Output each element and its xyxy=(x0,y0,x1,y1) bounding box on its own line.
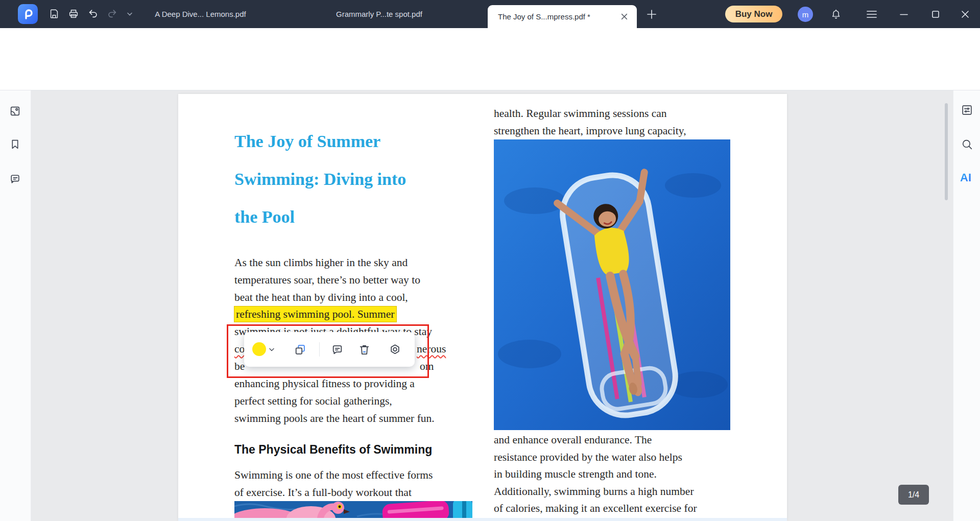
tab-label: Grammarly P...te spot.pdf xyxy=(336,10,422,18)
thumbnails-icon[interactable] xyxy=(8,104,21,117)
titlebar: A Deep Dive... Lemons.pdf Grammarly P...… xyxy=(0,0,980,28)
workspace: The Joy of Summer Swimming: Diving into … xyxy=(0,90,980,521)
undo-history-caret[interactable] xyxy=(123,7,137,21)
minimize-button[interactable] xyxy=(897,7,911,21)
document-tab[interactable]: Grammarly P...te spot.pdf xyxy=(329,0,429,28)
pool-float-photo xyxy=(494,139,730,430)
redo-icon[interactable] xyxy=(105,7,119,21)
app-logo-icon xyxy=(18,4,38,24)
right-panel-rail: AI xyxy=(953,90,980,521)
buy-now-button[interactable]: Buy Now xyxy=(725,6,782,22)
tab-close-icon[interactable] xyxy=(621,13,628,20)
document-tab[interactable]: A Deep Dive... Lemons.pdf xyxy=(153,0,248,28)
article-title: The Joy of Summer Swimming: Diving into … xyxy=(234,123,406,236)
paragraph: As the sun climbs higher in the sky and … xyxy=(234,254,420,306)
highlight-color-swatch[interactable] xyxy=(252,342,266,356)
menubar: File 100% Home Comment Edit Convert Page… xyxy=(0,28,980,56)
section-heading: The Physical Benefits of Swimming xyxy=(234,443,432,457)
paragraph: health. Regular swimming sessions can st… xyxy=(494,105,686,139)
avatar[interactable]: m xyxy=(798,7,813,22)
ai-label: AI xyxy=(960,171,971,184)
vertical-scrollbar[interactable] xyxy=(945,103,948,200)
tab-label: The Joy of S...mpress.pdf * xyxy=(498,12,590,21)
new-tab-button[interactable] xyxy=(644,7,659,21)
search-icon[interactable] xyxy=(960,137,973,151)
annotation-popup xyxy=(244,332,415,367)
close-button[interactable] xyxy=(958,7,972,21)
paragraph: Swimming is one of the most effective fo… xyxy=(234,466,433,501)
swatch-caret-icon[interactable] xyxy=(269,348,274,351)
maximize-button[interactable] xyxy=(928,7,943,21)
ai-icon[interactable]: AI xyxy=(959,171,972,184)
bookmarks-icon[interactable] xyxy=(8,137,21,151)
page-bottom-strip xyxy=(178,518,787,521)
annotation-toolbar xyxy=(0,56,980,90)
document-tab-active[interactable]: The Joy of S...mpress.pdf * xyxy=(488,5,637,28)
pdf-page: The Joy of Summer Swimming: Diving into … xyxy=(178,94,787,521)
paragraph: and enhance overall endurance. The resis… xyxy=(494,432,697,517)
comments-icon[interactable] xyxy=(8,172,21,185)
highlighted-text[interactable]: refreshing swimming pool. Summer xyxy=(234,306,396,322)
settings-nut-icon[interactable] xyxy=(388,343,401,356)
page-indicator: 1/4 xyxy=(898,485,929,505)
properties-icon[interactable] xyxy=(960,103,973,116)
pdfelement-window: A Deep Dive... Lemons.pdf Grammarly P...… xyxy=(0,0,980,521)
tab-label: A Deep Dive... Lemons.pdf xyxy=(155,10,246,18)
paragraph: enhancing physical fitness to providing … xyxy=(234,375,435,427)
save-icon[interactable] xyxy=(47,7,61,21)
bell-icon[interactable] xyxy=(829,7,843,21)
print-icon[interactable] xyxy=(66,7,81,21)
left-panel-rail xyxy=(0,90,31,521)
trash-icon[interactable] xyxy=(357,343,371,356)
divider xyxy=(319,342,320,357)
app-menu-icon[interactable] xyxy=(865,7,879,21)
undo-icon[interactable] xyxy=(86,7,100,21)
note-icon[interactable] xyxy=(330,343,344,356)
duplicate-icon[interactable] xyxy=(293,343,306,356)
document-viewport: The Joy of Summer Swimming: Diving into … xyxy=(31,90,953,521)
